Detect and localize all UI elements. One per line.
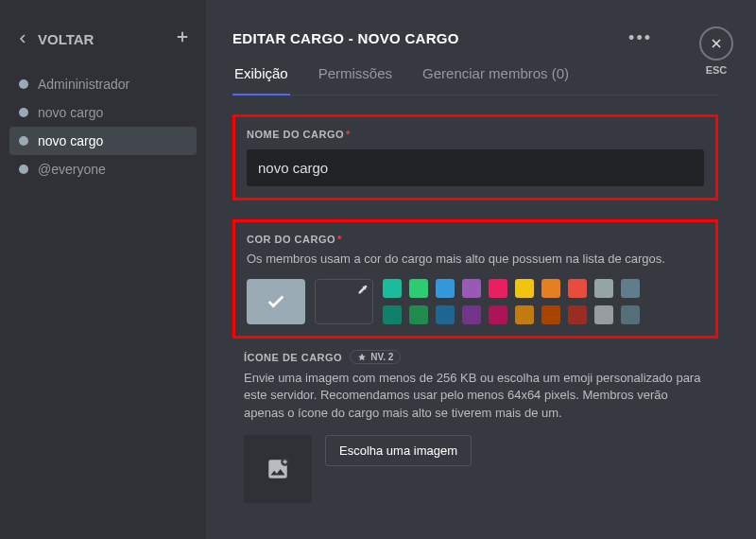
color-picker	[247, 279, 704, 324]
close-icon	[709, 36, 724, 51]
color-swatch[interactable]	[515, 279, 534, 298]
color-swatch[interactable]	[594, 279, 613, 298]
role-color-label: COR DO CARGO*	[247, 234, 704, 245]
color-swatch[interactable]	[436, 305, 455, 324]
plus-icon	[174, 28, 191, 45]
sidebar: VOLTAR Admininistrador novo cargo novo c…	[0, 0, 206, 539]
color-swatch[interactable]	[541, 279, 560, 298]
upload-row: Escolha uma imagem	[244, 435, 707, 503]
role-color-dot	[19, 136, 28, 146]
eyedropper-icon	[357, 284, 369, 295]
color-swatch[interactable]	[515, 305, 534, 324]
role-name-input[interactable]	[247, 149, 704, 186]
sidebar-item-role[interactable]: novo cargo	[9, 98, 197, 127]
back-button[interactable]: VOLTAR	[15, 31, 94, 47]
role-label: novo cargo	[38, 105, 103, 120]
role-name-label: NOME DO CARGO*	[247, 129, 704, 140]
role-color-section: COR DO CARGO* Os membros usam a cor do c…	[232, 219, 718, 339]
color-swatch[interactable]	[621, 305, 640, 324]
tab-permissions[interactable]: Permissões	[317, 65, 394, 95]
role-icon-label: ÍCONE DE CARGO	[244, 352, 342, 363]
tabs: Exibição Permissões Gerenciar membros (0…	[232, 65, 718, 96]
custom-color-swatch[interactable]	[315, 279, 373, 324]
color-swatch[interactable]	[541, 305, 560, 324]
main-content: ESC EDITAR CARGO - NOVO CARGO ••• Exibiç…	[206, 0, 756, 539]
role-label: novo cargo	[38, 133, 103, 148]
sidebar-header: VOLTAR	[9, 28, 197, 62]
sidebar-item-role[interactable]: Admininistrador	[9, 70, 197, 98]
close-area: ESC	[699, 26, 733, 76]
back-label: VOLTAR	[38, 31, 94, 47]
close-button[interactable]	[699, 26, 733, 61]
role-list: Admininistrador novo cargo novo cargo @e…	[9, 70, 197, 183]
more-options-button[interactable]: •••	[628, 28, 652, 48]
role-icon-section: ÍCONE DE CARGO NV. 2 Envie uma imagem co…	[232, 350, 718, 503]
tab-display[interactable]: Exibição	[232, 65, 290, 95]
required-marker: *	[337, 234, 342, 245]
color-grid	[383, 279, 640, 324]
color-swatch[interactable]	[568, 305, 587, 324]
sidebar-item-role[interactable]: novo cargo	[9, 127, 197, 155]
sidebar-item-role[interactable]: @everyone	[9, 155, 197, 183]
color-swatch[interactable]	[436, 279, 455, 298]
tab-manage-members[interactable]: Gerenciar membros (0)	[421, 65, 571, 95]
color-swatch[interactable]	[621, 279, 640, 298]
image-upload-box[interactable]	[244, 435, 312, 503]
role-color-dot	[19, 79, 28, 89]
role-name-section: NOME DO CARGO*	[232, 114, 718, 200]
check-icon	[266, 291, 286, 312]
header: EDITAR CARGO - NOVO CARGO •••	[232, 28, 718, 48]
color-swatch[interactable]	[462, 305, 481, 324]
arrow-left-icon	[15, 31, 30, 46]
color-swatch[interactable]	[489, 279, 507, 298]
esc-label: ESC	[699, 64, 733, 76]
role-color-help: Os membros usam a cor do cargo mais alto…	[247, 251, 704, 268]
role-icon-help: Envie uma imagem com menos de 256 KB ou …	[244, 370, 707, 422]
color-swatch[interactable]	[462, 279, 481, 298]
choose-image-button[interactable]: Escolha uma imagem	[325, 435, 472, 466]
role-icon-header: ÍCONE DE CARGO NV. 2	[244, 350, 707, 364]
color-swatch[interactable]	[383, 279, 402, 298]
default-color-swatch[interactable]	[247, 279, 305, 324]
color-swatch[interactable]	[594, 305, 613, 324]
role-color-dot	[19, 108, 28, 117]
boost-icon	[357, 353, 367, 362]
color-swatch[interactable]	[568, 279, 587, 298]
color-swatch[interactable]	[409, 279, 428, 298]
color-swatch[interactable]	[409, 305, 428, 324]
role-label: Admininistrador	[38, 77, 129, 92]
color-swatch[interactable]	[383, 305, 402, 324]
add-role-button[interactable]	[174, 28, 191, 49]
boost-level-badge: NV. 2	[350, 350, 401, 364]
color-swatch[interactable]	[489, 305, 507, 324]
image-add-icon	[266, 457, 290, 481]
role-color-dot	[19, 165, 28, 174]
page-title: EDITAR CARGO - NOVO CARGO	[232, 30, 459, 46]
role-label: @everyone	[38, 162, 106, 177]
required-marker: *	[346, 129, 351, 140]
